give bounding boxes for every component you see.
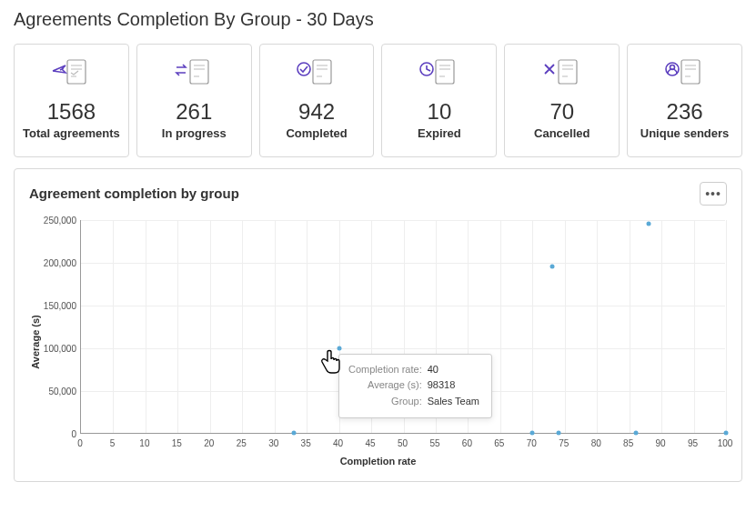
page-title: Agreements Completion By Group - 30 Days: [14, 9, 742, 30]
x-tick-label: 30: [268, 438, 278, 448]
data-point[interactable]: [549, 264, 554, 268]
send-icon: [49, 55, 93, 92]
svg-rect-2: [313, 60, 331, 84]
stat-total-agreements[interactable]: 1568 Total agreements: [14, 44, 129, 157]
x-tick-label: 25: [237, 438, 247, 448]
y-tick-label: 50,000: [29, 386, 76, 396]
x-tick-label: 50: [398, 438, 408, 448]
x-tick-label: 60: [462, 438, 472, 448]
cursor-hand-icon: [318, 347, 344, 375]
data-point[interactable]: [530, 430, 535, 435]
svg-rect-7: [681, 60, 700, 84]
stat-completed[interactable]: 942 Completed: [259, 44, 375, 157]
tooltip-value: 98318: [428, 377, 482, 394]
svg-rect-6: [559, 60, 577, 84]
x-tick-label: 90: [656, 438, 666, 448]
stat-value: 261: [176, 99, 212, 125]
progress-icon: [172, 55, 216, 92]
data-point[interactable]: [291, 430, 296, 435]
chart-card: Agreement completion by group ••• Averag…: [14, 168, 742, 482]
stat-label: In progress: [162, 126, 227, 142]
y-tick-label: 250,000: [29, 215, 76, 225]
stat-label: Total agreements: [23, 126, 120, 142]
y-tick-label: 200,000: [29, 257, 76, 267]
x-tick-label: 55: [429, 438, 439, 448]
stat-value: 10: [428, 99, 452, 125]
stat-value: 1568: [47, 99, 96, 125]
y-tick-label: 0: [29, 428, 76, 438]
y-axis-label: Average (s): [30, 316, 41, 370]
stat-cancelled[interactable]: 70 Cancelled: [504, 44, 620, 157]
x-tick-label: 35: [301, 438, 311, 448]
x-tick-label: 15: [172, 438, 182, 448]
stat-unique-senders[interactable]: 236 Unique senders: [627, 44, 742, 157]
x-tick-label: 70: [527, 438, 537, 448]
cancelled-icon: [540, 55, 584, 92]
x-tick-label: 5: [110, 438, 116, 448]
data-point[interactable]: [646, 221, 650, 226]
chart-menu-button[interactable]: •••: [700, 182, 727, 206]
expired-icon: [418, 55, 461, 92]
svg-point-3: [297, 63, 310, 75]
x-tick-label: 10: [139, 438, 149, 448]
tooltip-key: Average (s):: [368, 377, 422, 394]
x-tick-label: 95: [688, 438, 698, 448]
x-tick-label: 65: [494, 438, 504, 448]
x-tick-label: 0: [77, 438, 83, 448]
stat-label: Completed: [286, 126, 347, 142]
x-tick-label: 85: [623, 438, 633, 448]
stat-in-progress[interactable]: 261 In progress: [136, 44, 252, 157]
data-point[interactable]: [556, 430, 560, 435]
y-tick-label: 150,000: [29, 300, 76, 310]
stat-value: 236: [667, 99, 703, 125]
svg-rect-1: [190, 60, 208, 84]
stat-expired[interactable]: 10 Expired: [381, 44, 497, 157]
y-tick-label: 100,000: [29, 343, 76, 353]
x-tick-label: 20: [204, 438, 214, 448]
chart-title: Agreement completion by group: [29, 186, 239, 201]
x-axis-label: Completion rate: [340, 456, 417, 467]
stats-row: 1568 Total agreements 261 In progress 94…: [14, 44, 742, 157]
x-tick-label: 45: [365, 438, 375, 448]
completed-icon: [295, 55, 338, 92]
tooltip-value: Sales Team: [428, 394, 482, 410]
chart-area[interactable]: Average (s) Completion rate 050,000100,0…: [29, 213, 727, 472]
svg-rect-4: [436, 60, 454, 84]
tooltip-key: Completion rate:: [348, 362, 422, 378]
stat-label: Expired: [418, 126, 461, 142]
x-tick-label: 75: [559, 438, 569, 448]
stat-value: 70: [549, 99, 574, 125]
data-point[interactable]: [724, 430, 729, 435]
x-tick-label: 80: [591, 438, 601, 448]
tooltip-value: 40: [428, 362, 482, 378]
chart-tooltip: Completion rate:40 Average (s):98318 Gro…: [338, 354, 492, 418]
x-tick-label: 100: [718, 438, 733, 448]
stat-value: 942: [298, 99, 335, 125]
senders-icon: [663, 55, 707, 92]
x-tick-label: 40: [333, 438, 343, 448]
data-point[interactable]: [633, 430, 638, 435]
stat-label: Cancelled: [534, 126, 590, 142]
tooltip-key: Group:: [391, 394, 422, 410]
stat-label: Unique senders: [640, 126, 730, 142]
